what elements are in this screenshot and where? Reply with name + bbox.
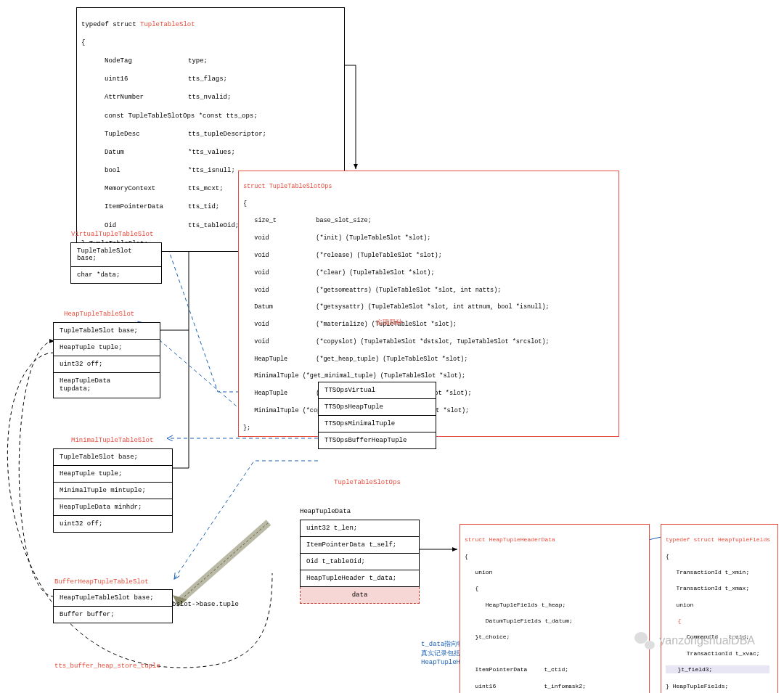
table-row: TupleTableSlot base; bbox=[54, 323, 160, 340]
table-row: uint32 t_len; bbox=[301, 520, 420, 537]
table-row: ItemPointerData t_self; bbox=[301, 537, 420, 554]
tts-store-label: tts_buffer_heap_store_tuple bbox=[54, 663, 160, 670]
bslot-label: bslot->base.tuple bbox=[172, 601, 239, 608]
bufferheap-slot-table: HeapTupleTableSlot base; Buffer buffer; bbox=[53, 589, 173, 623]
ops-label: TupleTableSlotOps bbox=[334, 479, 401, 486]
ops-note: 实现四种 bbox=[376, 318, 402, 327]
heap-slot-title: HeapTupleTableSlot bbox=[64, 311, 134, 318]
table-row: TupleTableSlot base; bbox=[54, 449, 173, 466]
virtual-slot-title: VirtualTupleTableSlot bbox=[71, 231, 153, 238]
minimal-slot-table: TupleTableSlot base; HeapTuple tuple; Mi… bbox=[53, 448, 173, 533]
ops-table: TTSOpsVirtual TTSOpsHeapTuple TTSOpsMini… bbox=[318, 382, 436, 449]
struct-heaptupleheaderdata: struct HeapTupleHeaderData { union { Hea… bbox=[460, 524, 650, 693]
table-row: HeapTupleData minhdr; bbox=[54, 499, 173, 516]
bufferheap-slot-title: BufferHeapTupleTableSlot bbox=[54, 578, 149, 586]
table-row: Oid t_tableOid; bbox=[301, 554, 420, 570]
tts-header-prefix: typedef struct bbox=[81, 21, 140, 28]
table-row: HeapTuple tuple; bbox=[54, 466, 173, 483]
table-row: Buffer buffer; bbox=[54, 607, 173, 623]
table-row: HeapTuple tuple; bbox=[54, 340, 160, 356]
heap-slot-table: TupleTableSlot base; HeapTuple tuple; ui… bbox=[53, 322, 160, 398]
table-row: TTSOpsHeapTuple bbox=[319, 399, 436, 416]
table-row: TTSOpsMinimalTuple bbox=[319, 416, 436, 432]
table-row: uint32 off; bbox=[54, 356, 160, 373]
struct-heaptuplefields: typedef struct HeapTupleFields { Transac… bbox=[661, 524, 778, 693]
table-row: uint32 off; bbox=[54, 516, 173, 533]
table-row: HeapTupleTableSlot base; bbox=[54, 590, 173, 607]
wechat-icon bbox=[634, 632, 655, 649]
table-row: HeapTupleHeader t_data; bbox=[301, 570, 420, 587]
table-row: MinimalTuple mintuple; bbox=[54, 483, 173, 499]
table-row-data: data bbox=[301, 587, 420, 604]
heaptupledata-table: uint32 t_len; ItemPointerData t_self; Oi… bbox=[300, 520, 420, 604]
table-row: TTSOpsBufferHeapTuple bbox=[319, 432, 436, 449]
table-row: char *data; bbox=[71, 267, 162, 284]
watermark: yanzongshuaiDBA bbox=[634, 632, 755, 649]
table-row: TupleTableSlot base; bbox=[71, 243, 162, 267]
virtual-slot-table: TupleTableSlot base; char *data; bbox=[70, 242, 162, 284]
tts-header-name: TupleTableSlot bbox=[140, 21, 195, 28]
minimal-slot-title: MinimalTupleTableSlot bbox=[71, 437, 153, 444]
table-row: HeapTupleDatatupdata; bbox=[54, 373, 160, 398]
table-row: TTSOpsVirtual bbox=[319, 382, 436, 399]
heaptupledata-title: HeapTupleData bbox=[300, 508, 351, 515]
